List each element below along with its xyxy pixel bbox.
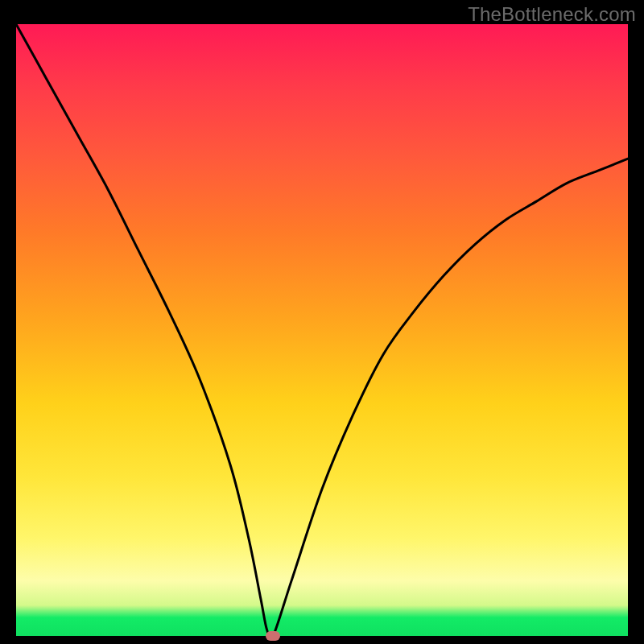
minimum-marker [266, 631, 280, 641]
plot-area [16, 24, 628, 636]
line-chart-svg [16, 24, 628, 636]
curve-path [16, 24, 628, 639]
watermark-text: TheBottleneck.com [468, 3, 636, 26]
chart-frame: TheBottleneck.com [0, 0, 644, 644]
